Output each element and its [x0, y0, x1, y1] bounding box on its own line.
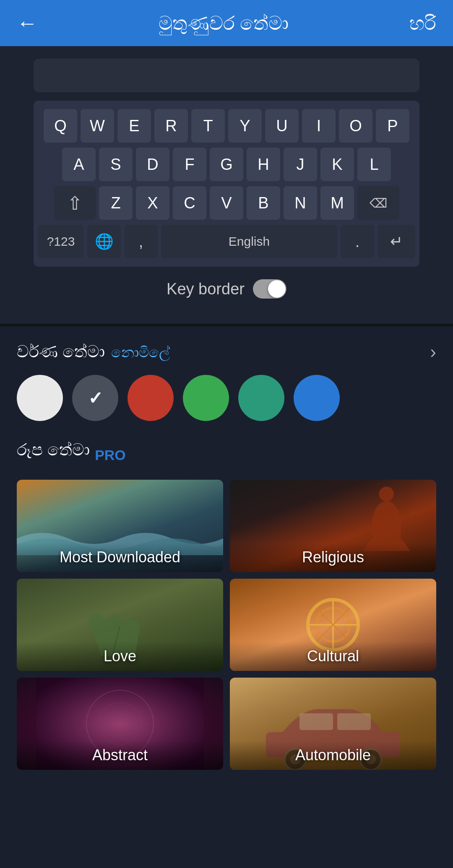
key-k[interactable]: K	[320, 148, 354, 181]
key-o[interactable]: O	[339, 109, 372, 143]
image-theme-title-row: රූප තේමා PRO	[17, 440, 436, 470]
color-circles: ✓	[17, 375, 436, 421]
key-t[interactable]: T	[191, 109, 225, 143]
color-green[interactable]	[183, 375, 229, 421]
keyboard-section: Q W E R T Y U I O P A S D F G H J K L ⇧ …	[0, 46, 453, 324]
theme-card-label-religious: Religious	[230, 543, 436, 572]
backspace-key[interactable]: ⌫	[357, 186, 399, 220]
key-s[interactable]: S	[99, 148, 133, 181]
color-dark-gray[interactable]: ✓	[72, 375, 118, 421]
key-x[interactable]: X	[136, 186, 169, 220]
keyboard-container: Q W E R T Y U I O P A S D F G H J K L ⇧ …	[34, 101, 419, 267]
key-border-toggle[interactable]	[253, 279, 286, 299]
color-teal[interactable]	[238, 375, 284, 421]
keyboard-preview	[34, 59, 419, 92]
app-header: ← මුතුණුවර තේමා හරි	[0, 0, 453, 46]
space-key[interactable]: English	[161, 225, 337, 258]
key-n[interactable]: N	[284, 186, 317, 220]
color-theme-header: වර්ණ තේමා නොමිලේ ›	[17, 341, 436, 362]
key-l[interactable]: L	[357, 148, 391, 181]
color-theme-section: වර්ණ තේමා නොමිලේ › ✓	[0, 326, 453, 436]
color-red[interactable]	[128, 375, 174, 421]
key-j[interactable]: J	[284, 148, 317, 181]
key-border-label: Key border	[167, 280, 245, 298]
check-icon: ✓	[88, 388, 103, 408]
chevron-right-icon[interactable]: ›	[430, 341, 436, 362]
key-a[interactable]: A	[62, 148, 96, 181]
keyboard-row-3: ⇧ Z X C V B N M ⌫	[38, 186, 415, 220]
globe-key[interactable]: 🌐	[87, 225, 121, 258]
color-theme-sub: නොමිලේ	[111, 344, 170, 360]
back-button[interactable]: ←	[17, 11, 38, 35]
theme-card-religious[interactable]: Religious	[230, 480, 436, 572]
color-theme-title: වර්ණ තේමා	[17, 342, 105, 361]
key-z[interactable]: Z	[99, 186, 133, 220]
theme-card-automobile[interactable]: Automobile	[230, 678, 436, 770]
key-m[interactable]: M	[320, 186, 354, 220]
key-border-row: Key border	[34, 267, 419, 307]
image-theme-title: රූප තේමා	[17, 440, 90, 460]
theme-grid: Most Downloaded Religious	[17, 480, 436, 770]
theme-card-label-cultural: Cultural	[230, 642, 436, 671]
key-f[interactable]: F	[173, 148, 206, 181]
keyboard-row-2: A S D F G H J K L	[38, 148, 415, 181]
theme-card-cultural[interactable]: Cultural	[230, 579, 436, 671]
theme-card-abstract[interactable]: Abstract	[17, 678, 223, 770]
key-g[interactable]: G	[210, 148, 243, 181]
ok-button[interactable]: හරි	[409, 12, 436, 35]
key-b[interactable]: B	[247, 186, 280, 220]
key-i[interactable]: I	[302, 109, 336, 143]
page-title: මුතුණුවර තේමා	[38, 12, 409, 35]
key-y[interactable]: Y	[228, 109, 262, 143]
comma-key[interactable]: ,	[124, 225, 158, 258]
keyboard-row-4: ?123 🌐 , English . ↵	[38, 225, 415, 258]
theme-card-most-downloaded[interactable]: Most Downloaded	[17, 480, 223, 572]
key-r[interactable]: R	[154, 109, 188, 143]
svg-point-0	[379, 486, 394, 501]
svg-rect-11	[299, 713, 333, 730]
shift-key[interactable]: ⇧	[54, 186, 96, 220]
key-q[interactable]: Q	[44, 109, 77, 143]
numbers-key[interactable]: ?123	[38, 225, 84, 258]
key-d[interactable]: D	[136, 148, 169, 181]
enter-key[interactable]: ↵	[378, 225, 415, 258]
color-blue[interactable]	[294, 375, 340, 421]
toggle-knob	[268, 280, 286, 298]
svg-rect-12	[337, 713, 371, 730]
period-key[interactable]: .	[341, 225, 374, 258]
image-theme-section: රූප තේමා PRO Most Downloaded	[0, 436, 453, 787]
theme-card-label-abstract: Abstract	[17, 741, 223, 770]
key-c[interactable]: C	[173, 186, 206, 220]
key-w[interactable]: W	[81, 109, 114, 143]
key-e[interactable]: E	[117, 109, 151, 143]
theme-card-label-love: Love	[17, 642, 223, 671]
key-h[interactable]: H	[247, 148, 280, 181]
color-theme-title-group: වර්ණ තේමා නොමිලේ	[17, 342, 170, 361]
color-white[interactable]	[17, 375, 63, 421]
theme-card-label-automobile: Automobile	[230, 741, 436, 770]
key-p[interactable]: P	[376, 109, 409, 143]
pro-badge: PRO	[95, 447, 126, 463]
theme-card-love[interactable]: Love	[17, 579, 223, 671]
keyboard-row-1: Q W E R T Y U I O P	[38, 109, 415, 143]
theme-card-label-most-downloaded: Most Downloaded	[17, 543, 223, 572]
key-v[interactable]: V	[210, 186, 243, 220]
key-u[interactable]: U	[265, 109, 299, 143]
